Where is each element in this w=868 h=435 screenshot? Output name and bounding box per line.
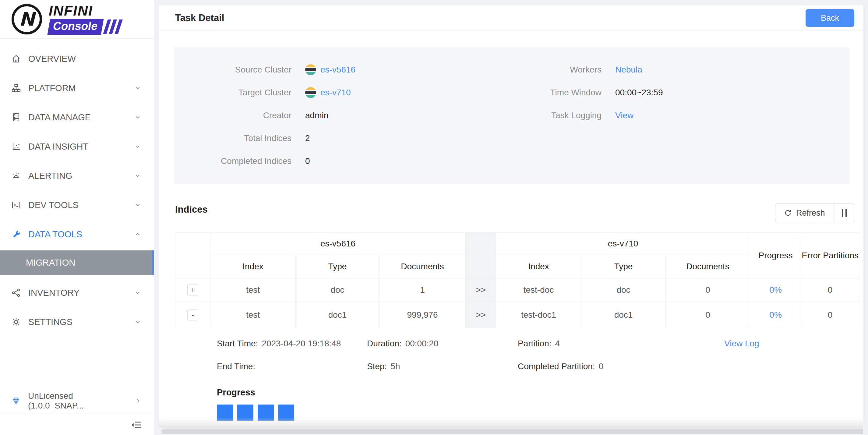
source-index-cell: test <box>211 278 296 302</box>
completed-partition-field: Completed Partition: 0 <box>518 361 603 372</box>
back-button[interactable]: Back <box>806 9 854 27</box>
field-label: Creator <box>174 111 291 120</box>
partition-field: Partition: 4 <box>518 338 560 349</box>
task-overview-panel: Source Cluster es-v5616 Target Cluster e… <box>174 47 850 184</box>
sidebar-item-dev-tools[interactable]: DEV TOOLS <box>0 190 154 220</box>
sidebar-divider <box>0 413 154 413</box>
sidebar-item-data-tools[interactable]: DATA TOOLS <box>0 220 154 249</box>
time-window-value: 00:00~23:59 <box>615 88 663 97</box>
expanded-row-detail: Start Time: 2023-04-20 19:18:48 Duration… <box>217 338 850 384</box>
overview-row-workers: Workers Nebula <box>518 58 663 81</box>
error-partitions-cell: 0 <box>801 278 859 302</box>
sidebar: N INFINI Console OVERVIEW PLATFORM <box>0 0 154 435</box>
error-partitions-column-header: Error Partitions <box>801 233 859 278</box>
overview-row-target-cluster: Target Cluster es-v710 <box>174 81 850 104</box>
target-cluster-link[interactable]: es-v710 <box>320 88 351 97</box>
chevron-down-icon <box>134 289 141 296</box>
target-type-cell: doc1 <box>581 302 666 328</box>
sidebar-item-migration[interactable]: MIGRATION <box>0 250 154 275</box>
pause-auto-refresh-button[interactable] <box>834 204 855 222</box>
sidebar-item-platform[interactable]: PLATFORM <box>0 73 154 103</box>
share-icon <box>11 288 21 298</box>
end-time-field: End Time: <box>217 361 259 372</box>
expand-row-button[interactable]: + <box>187 284 198 296</box>
collapse-row-button[interactable]: - <box>187 310 198 320</box>
indices-table: es-v5616 es-v710 Progress Error Partitio… <box>175 232 859 328</box>
progress-link[interactable]: 0% <box>769 285 781 294</box>
gear-icon <box>11 317 21 327</box>
app-logo[interactable]: N INFINI Console <box>0 0 154 39</box>
sidebar-item-alerting[interactable]: ALERTING <box>0 161 154 190</box>
sidebar-item-label: DEV TOOLS <box>28 200 79 210</box>
table-row: - test doc1 999,976 >> test-doc1 doc1 0 … <box>176 302 859 328</box>
page-title: Task Detail <box>175 12 224 24</box>
target-index-cell: test-doc <box>496 278 581 302</box>
sidebar-item-label: OVERVIEW <box>28 54 76 64</box>
field-label: Workers <box>518 65 601 74</box>
menu-fold-icon[interactable] <box>130 419 142 431</box>
view-log-link[interactable]: View Log <box>724 338 759 349</box>
cluster-icon <box>305 87 316 98</box>
arrow-cell: >> <box>466 302 496 328</box>
overview-row-time-window: Time Window 00:00~23:59 <box>518 81 663 104</box>
pause-icon <box>842 209 847 217</box>
logo-slashes-decoration <box>105 20 120 34</box>
task-logging-view-link[interactable]: View <box>615 111 633 120</box>
partition-block <box>258 405 274 421</box>
refresh-button[interactable]: Refresh <box>775 204 834 222</box>
refresh-label: Refresh <box>796 208 825 218</box>
field-label: Task Logging <box>518 111 601 120</box>
sidebar-item-data-manage[interactable]: DATA MANAGE <box>0 103 154 132</box>
partition-blocks <box>217 405 294 421</box>
column-header-index: Index <box>496 255 581 278</box>
column-header-documents: Documents <box>666 255 750 278</box>
target-documents-cell: 0 <box>666 302 750 328</box>
sidebar-item-label: DATA INSIGHT <box>28 142 88 152</box>
field-label: Time Window <box>518 88 601 97</box>
chevron-down-icon <box>134 201 141 208</box>
sidebar-item-overview[interactable]: OVERVIEW <box>0 44 154 73</box>
chevron-down-icon <box>134 114 141 121</box>
source-cluster-link[interactable]: es-v5616 <box>320 65 355 74</box>
step-field: Step: 5h <box>367 361 400 372</box>
overview-row-creator: Creator admin <box>174 104 850 127</box>
sidebar-item-label: DATA MANAGE <box>28 113 91 122</box>
chevron-right-icon <box>135 398 141 404</box>
vertical-scrollbar[interactable] <box>863 0 868 435</box>
brand-name-infini: INFINI <box>49 4 120 18</box>
workers-link[interactable]: Nebula <box>615 65 642 74</box>
diamond-icon <box>11 396 21 406</box>
horizontal-scrollbar[interactable] <box>161 429 863 434</box>
sidebar-item-label: ALERTING <box>28 171 72 181</box>
column-header-documents: Documents <box>379 255 466 278</box>
license-status[interactable]: UnLicensed (1.0.0_SNAP... <box>0 392 154 409</box>
overview-right-column: Workers Nebula Time Window 00:00~23:59 T… <box>518 58 663 127</box>
overview-row-completed-indices: Completed Indices 0 <box>174 150 850 173</box>
column-header-type: Type <box>581 255 666 278</box>
reload-icon <box>784 209 792 217</box>
terminal-icon <box>11 200 21 210</box>
source-cluster-header: es-v5616 <box>211 233 466 255</box>
wrench-icon <box>11 229 21 239</box>
field-label: Completed Indices <box>174 156 291 166</box>
alarm-icon <box>11 171 21 181</box>
home-icon <box>11 54 21 64</box>
total-indices-value: 2 <box>305 133 310 143</box>
dot-chart-icon <box>11 142 21 151</box>
progress-link[interactable]: 0% <box>769 310 781 319</box>
sidebar-item-data-insight[interactable]: DATA INSIGHT <box>0 132 154 161</box>
column-header-type: Type <box>296 255 379 278</box>
sidebar-item-label: MIGRATION <box>26 258 75 268</box>
sidebar-item-inventory[interactable]: INVENTORY <box>0 278 154 307</box>
storage-icon <box>11 113 21 122</box>
sidebar-item-settings[interactable]: SETTINGS <box>0 307 154 337</box>
column-header-index: Index <box>211 255 296 278</box>
source-documents-cell: 999,976 <box>379 302 466 328</box>
duration-field: Duration: 00:00:20 <box>367 338 439 349</box>
expand-column-header <box>176 233 211 278</box>
infini-logo-icon: N <box>10 3 43 36</box>
partition-block <box>278 405 294 421</box>
field-label: Target Cluster <box>174 88 291 97</box>
chevron-down-icon <box>134 85 141 91</box>
source-index-cell: test <box>211 302 296 328</box>
